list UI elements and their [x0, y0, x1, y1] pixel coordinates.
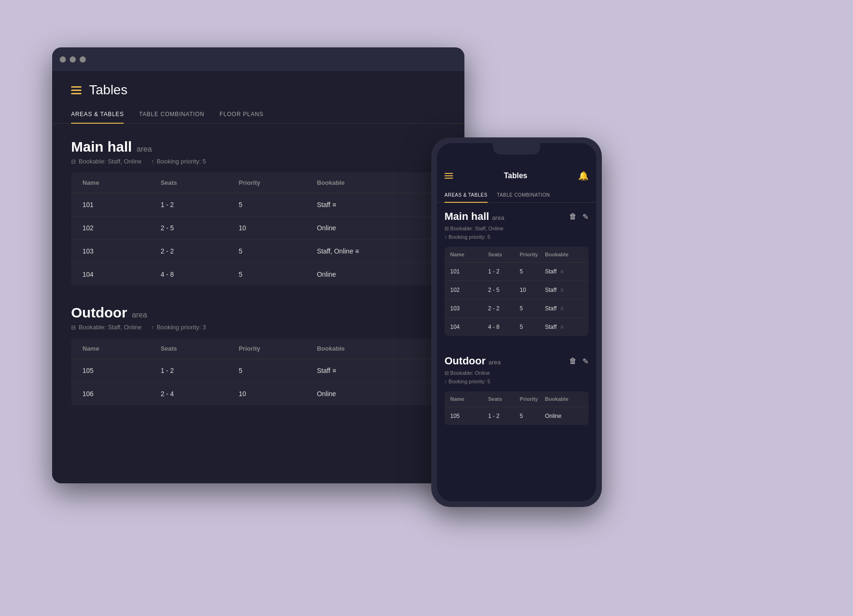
phone-area-main-hall: Main hall area 🗑 ✎ ⊟ Bookable: Staff, On…	[445, 210, 589, 336]
table-outdoor: Name Seats Priority Bookable 105 1 - 2 5	[71, 338, 445, 405]
area-bookable-main-hall: ⊟ Bookable: Staff, Online	[71, 158, 142, 165]
phone-table-main-hall: Name Seats Priority Bookable 101 1 - 2 5	[445, 247, 589, 336]
area-heading-outdoor: Outdoor area	[71, 305, 445, 321]
table-row: 104 4 - 8 5 Online	[71, 263, 445, 286]
list-icon[interactable]: ≡	[355, 247, 359, 255]
phone-notch-bar	[437, 143, 596, 164]
tab-floor-plans[interactable]: FLOOR PLANS	[219, 105, 263, 123]
phone-frame: Tables 🔔 AREAS & TABLES TABLE COMBINATIO…	[431, 137, 602, 507]
phone-tab-table-combination[interactable]: TABLE COMBINATION	[497, 188, 550, 202]
tablet-frame: Tables AREAS & TABLES TABLE COMBINATION …	[52, 47, 464, 483]
area-bookable-outdoor: ⊟ Bookable: Staff, Online	[71, 324, 142, 331]
phone-table-row: 105 1 - 2 5 Online	[445, 407, 589, 425]
window-dot-green[interactable]	[80, 56, 86, 63]
phone-area-outdoor: Outdoor area 🗑 ✎ ⊟ Bookable: Online ↑ Bo…	[445, 355, 589, 425]
tablet-header: Tables	[52, 71, 464, 105]
phone-area-meta-main-hall: ⊟ Bookable: Staff, Online ↑ Booking prio…	[445, 225, 589, 241]
phone-notch	[493, 143, 540, 154]
phone-table-row: 101 1 - 2 5 Staff ≡	[445, 263, 589, 281]
phone-inner: Tables 🔔 AREAS & TABLES TABLE COMBINATIO…	[437, 143, 596, 501]
tab-bar: AREAS & TABLES TABLE COMBINATION FLOOR P…	[52, 105, 464, 124]
phone-list-icon[interactable]: ≡	[560, 305, 563, 312]
edit-icon[interactable]: ✎	[582, 357, 589, 366]
phone-menu-icon[interactable]	[445, 173, 453, 179]
phone-area-name-wrap: Main hall area	[445, 210, 504, 223]
bell-icon[interactable]: 🔔	[578, 171, 589, 181]
phone-table-row: 102 2 - 5 10 Staff ≡	[445, 281, 589, 299]
phone-table-header: Name Seats Priority Bookable	[445, 247, 589, 263]
window-dot-yellow[interactable]	[70, 56, 76, 63]
list-icon[interactable]: ≡	[332, 201, 336, 208]
phone-area-heading-main-hall: Main hall area 🗑 ✎	[445, 210, 589, 223]
phone-area-name-outdoor: Outdoor	[445, 355, 486, 367]
phone-table-outdoor: Name Seats Priority Bookable 105 1 - 2 5…	[445, 391, 589, 425]
phone-list-icon[interactable]: ≡	[560, 287, 563, 293]
table-row: 106 2 - 4 10 Online	[71, 382, 445, 405]
area-section-main-hall: Main hall area ⊟ Bookable: Staff, Online…	[71, 139, 445, 286]
table-main-hall: Name Seats Priority Bookable 101 1 - 2 5	[71, 172, 445, 286]
area-priority-main-hall: ↑ Booking priority: 5	[151, 158, 206, 165]
phone-area-actions-outdoor: 🗑 ✎	[569, 357, 589, 366]
phone-header: Tables 🔔	[437, 164, 596, 188]
list-icon[interactable]: ≡	[332, 367, 336, 374]
calendar-icon: ⊟	[71, 324, 76, 331]
phone-area-heading-outdoor: Outdoor area 🗑 ✎	[445, 355, 589, 367]
edit-icon[interactable]: ✎	[582, 212, 589, 221]
phone-area-meta-outdoor: ⊟ Bookable: Online ↑ Booking priority: 5	[445, 369, 589, 386]
calendar-icon: ⊟	[71, 158, 76, 165]
titlebar	[52, 47, 464, 71]
area-badge-outdoor: area	[132, 311, 147, 319]
phone-area-actions-main-hall: 🗑 ✎	[569, 212, 589, 221]
menu-icon[interactable]	[71, 86, 82, 94]
area-meta-main-hall: ⊟ Bookable: Staff, Online ↑ Booking prio…	[71, 158, 445, 165]
phone-area-badge-outdoor: area	[489, 359, 501, 366]
table-header: Name Seats Priority Bookable	[71, 172, 445, 193]
delete-icon[interactable]: 🗑	[569, 357, 577, 366]
tab-areas-tables[interactable]: AREAS & TABLES	[71, 105, 124, 123]
table-row: 101 1 - 2 5 Staff ≡	[71, 193, 445, 217]
area-name-outdoor: Outdoor	[71, 305, 127, 321]
table-row: 105 1 - 2 5 Staff ≡	[71, 359, 445, 382]
phone-table-header: Name Seats Priority Bookable	[445, 391, 589, 407]
tab-table-combination[interactable]: TABLE COMBINATION	[139, 105, 204, 123]
tablet-content: Tables AREAS & TABLES TABLE COMBINATION …	[52, 71, 464, 483]
table-row: 103 2 - 2 5 Staff, Online ≡	[71, 240, 445, 263]
phone-area-badge-main-hall: area	[492, 214, 504, 221]
window-dot-red[interactable]	[60, 56, 66, 63]
table-header: Name Seats Priority Bookable	[71, 338, 445, 359]
phone-tab-bar: AREAS & TABLES TABLE COMBINATION	[437, 188, 596, 203]
area-priority-outdoor: ↑ Booking priority: 3	[151, 324, 206, 331]
area-meta-outdoor: ⊟ Bookable: Staff, Online ↑ Booking prio…	[71, 324, 445, 331]
area-badge-main-hall: area	[136, 145, 152, 154]
page-title: Tables	[89, 82, 127, 98]
phone-title: Tables	[504, 172, 527, 180]
area-heading-main-hall: Main hall area	[71, 139, 445, 155]
phone-content: Main hall area 🗑 ✎ ⊟ Bookable: Staff, On…	[437, 203, 596, 491]
area-section-outdoor: Outdoor area ⊟ Bookable: Staff, Online ↑…	[71, 305, 445, 405]
priority-icon: ↑	[151, 158, 154, 165]
phone-tab-areas-tables[interactable]: AREAS & TABLES	[445, 188, 488, 202]
table-row: 102 2 - 5 10 Online	[71, 217, 445, 240]
phone-list-icon[interactable]: ≡	[560, 268, 563, 275]
phone-table-row: 104 4 - 8 5 Staff ≡	[445, 318, 589, 336]
delete-icon[interactable]: 🗑	[569, 212, 577, 221]
phone-area-name-main-hall: Main hall	[445, 210, 489, 223]
areas-content: Main hall area ⊟ Bookable: Staff, Online…	[52, 124, 464, 479]
phone-area-name-wrap-outdoor: Outdoor area	[445, 355, 501, 367]
phone-table-row: 103 2 - 2 5 Staff ≡	[445, 299, 589, 318]
priority-icon: ↑	[151, 324, 154, 331]
area-name-main-hall: Main hall	[71, 139, 132, 155]
phone-list-icon[interactable]: ≡	[560, 324, 563, 330]
